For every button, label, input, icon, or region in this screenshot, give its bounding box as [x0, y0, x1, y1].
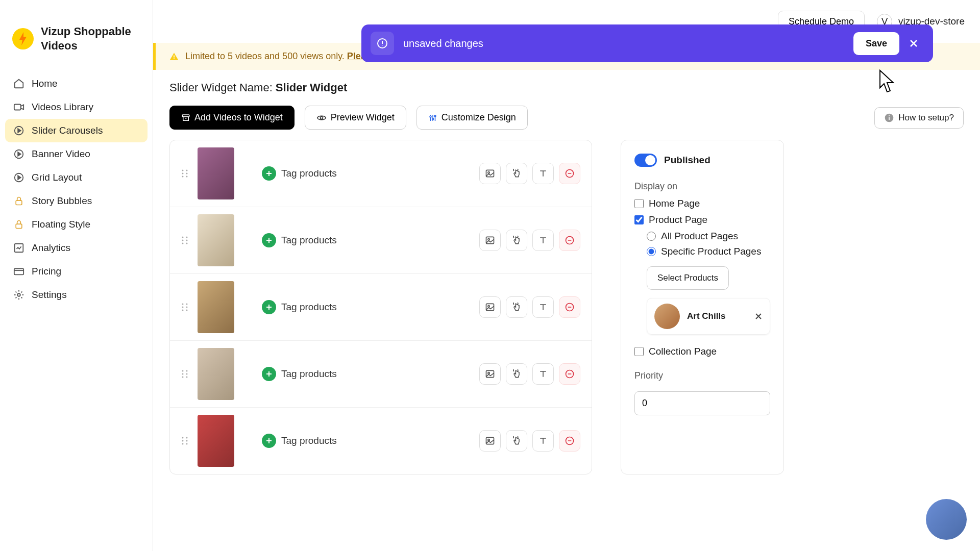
image-action-button[interactable] — [479, 363, 501, 385]
image-action-button[interactable] — [479, 296, 501, 318]
video-row: Tag products — [170, 274, 592, 341]
collection-page-checkbox[interactable]: Collection Page — [634, 346, 770, 357]
nav-label: Pricing — [32, 266, 61, 277]
play-icon — [13, 125, 24, 136]
svg-point-23 — [182, 176, 184, 178]
svg-rect-0 — [14, 105, 21, 110]
remove-action-button[interactable] — [559, 430, 580, 452]
tag-products-label[interactable]: Tag products — [281, 368, 337, 380]
lock-icon — [13, 219, 24, 230]
drag-handle-icon[interactable] — [181, 436, 188, 446]
svg-rect-9 — [174, 55, 175, 57]
nav-label: Grid Layout — [32, 172, 82, 183]
support-chat-fab[interactable] — [926, 499, 967, 540]
nav-floating-style[interactable]: Floating Style — [5, 213, 148, 236]
text-action-button[interactable] — [532, 296, 554, 318]
preview-widget-button[interactable]: Preview Widget — [305, 106, 406, 130]
tag-products-add-icon[interactable] — [262, 300, 276, 314]
all-product-pages-radio[interactable]: All Product Pages — [647, 231, 770, 242]
image-action-button[interactable] — [479, 230, 501, 251]
tag-products-add-icon[interactable] — [262, 367, 276, 381]
nav-grid-layout[interactable]: Grid Layout — [5, 166, 148, 189]
save-button[interactable]: Save — [853, 32, 899, 55]
remove-action-button[interactable] — [559, 230, 580, 251]
how-to-setup-button[interactable]: How to setup? — [874, 107, 964, 129]
text-action-button[interactable] — [532, 363, 554, 385]
specific-product-pages-radio[interactable]: Specific Product Pages — [647, 246, 770, 257]
play-icon — [13, 172, 24, 183]
tag-products-label[interactable]: Tag products — [281, 168, 337, 179]
archive-icon — [181, 113, 190, 122]
tag-products-add-icon[interactable] — [262, 166, 276, 181]
video-thumbnail[interactable] — [198, 281, 234, 333]
home-icon — [13, 78, 24, 89]
tag-products-add-icon[interactable] — [262, 434, 276, 448]
nav-settings[interactable]: Settings — [5, 283, 148, 307]
remove-product-icon[interactable] — [754, 312, 763, 320]
tag-products-label[interactable]: Tag products — [281, 435, 337, 446]
text-action-button[interactable] — [532, 430, 554, 452]
text-action-button[interactable] — [532, 230, 554, 251]
home-page-checkbox[interactable]: Home Page — [634, 198, 770, 209]
nav-label: Videos Library — [32, 102, 93, 113]
drag-handle-icon[interactable] — [181, 168, 188, 179]
svg-point-24 — [186, 176, 188, 178]
published-label: Published — [664, 155, 710, 166]
image-action-button[interactable] — [479, 430, 501, 452]
nav-analytics[interactable]: Analytics — [5, 236, 148, 260]
tap-action-button[interactable] — [506, 430, 527, 452]
nav-label: Banner Video — [32, 148, 90, 160]
priority-label: Priority — [634, 370, 770, 381]
svg-point-59 — [182, 443, 184, 445]
drag-handle-icon[interactable] — [181, 369, 188, 379]
select-products-button[interactable]: Select Products — [647, 266, 729, 290]
image-action-button[interactable] — [479, 163, 501, 184]
tag-products-label[interactable]: Tag products — [281, 302, 337, 313]
brand-title: Vizup Shoppable Videos — [41, 24, 140, 53]
nav-videos-library[interactable]: Videos Library — [5, 95, 148, 119]
svg-rect-7 — [14, 269, 23, 275]
tap-action-button[interactable] — [506, 296, 527, 318]
nav-label: Home — [32, 78, 58, 89]
priority-input[interactable] — [634, 391, 770, 415]
nav-slider-carousels[interactable]: Slider Carousels — [5, 119, 148, 142]
nav-label: Story Bubbles — [32, 195, 92, 207]
svg-rect-17 — [889, 117, 890, 120]
tap-action-button[interactable] — [506, 363, 527, 385]
drag-handle-icon[interactable] — [181, 235, 188, 245]
nav-story-bubbles[interactable]: Story Bubbles — [5, 189, 148, 213]
tag-products-add-icon[interactable] — [262, 233, 276, 247]
nav-label: Slider Carousels — [32, 125, 103, 136]
nav-pricing[interactable]: Pricing — [5, 260, 148, 283]
svg-point-60 — [186, 443, 188, 445]
svg-point-44 — [488, 306, 489, 307]
tap-action-button[interactable] — [506, 163, 527, 184]
published-toggle[interactable] — [634, 154, 657, 167]
card-icon — [13, 266, 24, 277]
svg-point-15 — [434, 115, 436, 116]
remove-action-button[interactable] — [559, 296, 580, 318]
product-page-checkbox[interactable]: Product Page — [634, 214, 770, 226]
gear-icon — [13, 289, 24, 300]
nav-banner-video[interactable]: Banner Video — [5, 142, 148, 166]
text-action-button[interactable] — [532, 163, 554, 184]
tag-products-label[interactable]: Tag products — [281, 235, 337, 246]
video-icon — [13, 102, 24, 113]
alert-icon — [371, 32, 394, 55]
video-thumbnail[interactable] — [198, 147, 234, 199]
product-thumbnail — [654, 304, 680, 329]
customize-design-button[interactable]: Customize Design — [416, 106, 528, 130]
video-list: Tag products — [169, 140, 592, 474]
remove-action-button[interactable] — [559, 363, 580, 385]
tap-action-button[interactable] — [506, 230, 527, 251]
drag-handle-icon[interactable] — [181, 302, 188, 312]
banner-text: unsaved changes — [403, 38, 853, 49]
add-videos-button[interactable]: Add Videos to Widget — [169, 106, 295, 130]
remove-action-button[interactable] — [559, 163, 580, 184]
nav-home[interactable]: Home — [5, 72, 148, 95]
dismiss-banner-icon[interactable] — [903, 33, 924, 54]
video-thumbnail[interactable] — [198, 415, 234, 467]
video-thumbnail[interactable] — [198, 348, 234, 400]
video-row: Tag products — [170, 341, 592, 408]
video-thumbnail[interactable] — [198, 214, 234, 266]
